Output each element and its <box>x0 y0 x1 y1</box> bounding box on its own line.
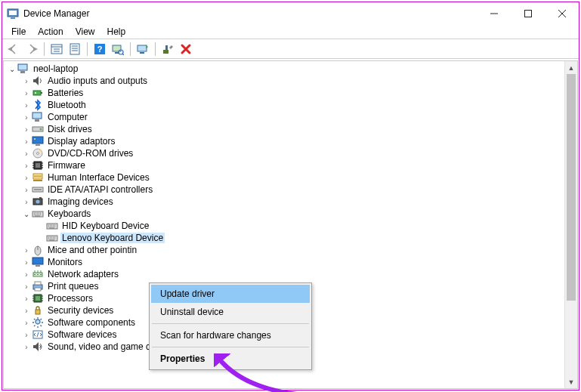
scroll-up-icon[interactable]: ▲ <box>565 61 577 74</box>
window-controls <box>477 2 579 24</box>
tree-item-label: Software devices <box>46 329 118 340</box>
tree-item-label: Print queues <box>46 281 100 292</box>
svg-rect-2 <box>11 17 15 19</box>
tree-item[interactable]: ›Mice and other pointin <box>4 244 577 256</box>
chevron-down-icon[interactable]: ⌄ <box>21 210 32 218</box>
device-manager-window: Device Manager File Action View Help <box>2 2 579 390</box>
svg-rect-40 <box>36 163 40 168</box>
tree-item-label: Software components <box>46 317 137 328</box>
chevron-right-icon[interactable]: › <box>21 307 32 315</box>
chevron-right-icon[interactable]: › <box>21 101 32 110</box>
svg-rect-69 <box>35 282 41 285</box>
minimize-button[interactable] <box>477 2 511 24</box>
chevron-right-icon[interactable]: › <box>21 77 32 85</box>
tree-item[interactable]: ›Disk drives <box>4 123 577 135</box>
chevron-right-icon[interactable]: › <box>21 162 32 170</box>
menu-view[interactable]: View <box>70 26 101 38</box>
tree-item-label: Disk drives <box>46 124 94 134</box>
swdev-icon <box>32 329 44 341</box>
tree-item[interactable]: ›Bluetooth <box>4 99 577 111</box>
menu-file[interactable]: File <box>5 26 32 38</box>
mouse-icon <box>32 244 44 256</box>
tree-item-label: HID Keyboard Device <box>60 221 150 231</box>
scroll-down-icon[interactable]: ▼ <box>565 375 577 388</box>
svg-rect-23 <box>163 50 168 54</box>
forward-button[interactable] <box>23 41 40 57</box>
chevron-right-icon[interactable]: › <box>21 270 32 279</box>
maximize-button[interactable] <box>511 2 545 24</box>
svg-rect-53 <box>39 197 42 199</box>
svg-point-33 <box>40 128 42 131</box>
chevron-right-icon[interactable]: › <box>21 246 32 255</box>
menu-action[interactable]: Action <box>32 26 69 38</box>
tree-item[interactable]: ›Firmware <box>4 159 577 171</box>
tree-item-label: Monitors <box>46 257 84 267</box>
chevron-right-icon[interactable]: › <box>21 137 32 146</box>
tree-root[interactable]: ⌄neol-laptop <box>4 63 577 75</box>
chevron-right-icon[interactable]: › <box>21 174 32 182</box>
svg-rect-26 <box>20 71 25 73</box>
ctx-uninstall-device[interactable]: Uninstall device <box>151 303 310 321</box>
tree-item[interactable]: ›Batteries <box>4 87 577 99</box>
tree-item-label: Batteries <box>46 88 85 98</box>
vertical-scrollbar[interactable]: ▲ ▼ <box>564 61 577 388</box>
tree-item-label: Display adaptors <box>46 136 116 147</box>
show-hide-console-button[interactable] <box>48 41 65 57</box>
uninstall-toolbar-button[interactable] <box>159 41 176 57</box>
svg-rect-62 <box>32 258 43 264</box>
svg-rect-24 <box>165 45 168 50</box>
chevron-right-icon[interactable]: › <box>21 186 32 194</box>
tree-item[interactable]: ›IDE ATA/ATAPI controllers <box>4 184 577 196</box>
properties-toolbar-button[interactable] <box>66 41 83 57</box>
chevron-right-icon[interactable]: › <box>21 125 32 134</box>
chevron-right-icon[interactable]: › <box>21 319 32 327</box>
tree-item[interactable]: ›Display adaptors <box>4 135 577 147</box>
tree-item[interactable]: ›Lenovo Keyboard Device <box>4 232 577 244</box>
chevron-down-icon[interactable]: ⌄ <box>7 65 17 73</box>
chevron-right-icon[interactable]: › <box>21 150 32 158</box>
delete-toolbar-button[interactable] <box>178 41 194 57</box>
update-driver-toolbar-button[interactable] <box>134 41 151 57</box>
menubar: File Action View Help <box>2 25 579 39</box>
svg-rect-70 <box>35 288 41 291</box>
ctx-properties[interactable]: Properties <box>151 350 310 368</box>
chevron-right-icon[interactable]: › <box>21 331 32 339</box>
help-toolbar-button[interactable]: ? <box>91 41 108 57</box>
tree-item-label: Lenovo Keyboard Device <box>60 233 165 243</box>
back-button[interactable] <box>5 41 22 57</box>
dvd-icon <box>32 147 44 159</box>
tree-item[interactable]: ›Monitors <box>4 256 577 268</box>
svg-rect-65 <box>34 274 36 275</box>
scrollbar-thumb[interactable] <box>567 74 576 301</box>
chevron-right-icon[interactable]: › <box>21 295 32 303</box>
keyboard-icon <box>46 232 58 244</box>
toolbar-sep <box>87 42 88 56</box>
tree-item[interactable]: ›Computer <box>4 111 577 123</box>
tree-item[interactable]: ›Audio inputs and outputs <box>4 75 577 87</box>
ctx-update-driver[interactable]: Update driver <box>151 285 310 303</box>
chevron-right-icon[interactable]: › <box>21 198 32 206</box>
svg-rect-21 <box>138 45 147 51</box>
close-button[interactable] <box>545 2 579 24</box>
tree-item[interactable]: ›Human Interface Devices <box>4 171 577 184</box>
firmware-icon <box>32 159 44 171</box>
scan-hardware-toolbar-button[interactable] <box>110 41 126 57</box>
toolbar-sep <box>155 42 156 56</box>
tree-item[interactable]: ›DVD/CD-ROM drives <box>4 147 577 159</box>
ctx-scan-hardware[interactable]: Scan for hardware changes <box>151 326 310 344</box>
tree-item-label: Computer <box>46 112 89 122</box>
tree-item-label: IDE ATA/ATAPI controllers <box>46 184 154 195</box>
tree-item[interactable]: ›HID Keyboard Device <box>4 220 577 232</box>
tree-item[interactable]: ›Network adapters <box>4 268 577 280</box>
chevron-right-icon[interactable]: › <box>21 282 32 291</box>
tree-item[interactable]: ⌄Keyboards <box>4 208 577 220</box>
tree-item-label: Human Interface Devices <box>46 172 151 183</box>
toolbar-sep <box>44 42 45 56</box>
tree-item[interactable]: ›Imaging devices <box>4 196 577 208</box>
context-menu: Update driver Uninstall device Scan for … <box>149 282 312 370</box>
chevron-right-icon[interactable]: › <box>21 113 32 122</box>
chevron-right-icon[interactable]: › <box>21 258 32 267</box>
menu-help[interactable]: Help <box>101 26 132 38</box>
chevron-right-icon[interactable]: › <box>21 89 32 97</box>
chevron-right-icon[interactable]: › <box>21 343 32 351</box>
